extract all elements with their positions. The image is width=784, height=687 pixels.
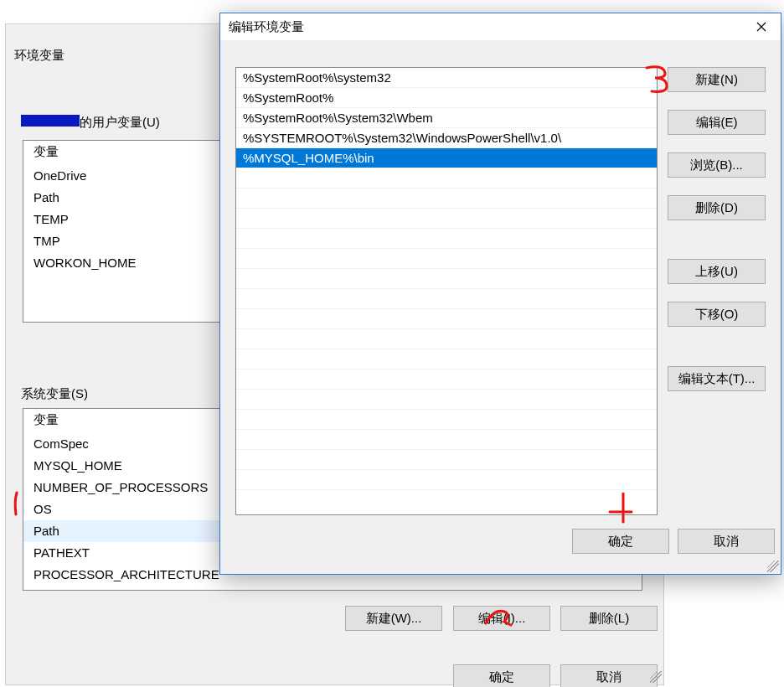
path-entry-empty[interactable] bbox=[236, 450, 657, 470]
path-entry-empty[interactable] bbox=[236, 249, 657, 269]
env-dialog-title: 环境变量 bbox=[14, 48, 64, 64]
delete-button[interactable]: 删除(D) bbox=[668, 195, 766, 220]
edit-button[interactable]: 编辑(E) bbox=[668, 110, 766, 135]
path-entry-row[interactable]: %SystemRoot% bbox=[236, 88, 657, 108]
path-entries-listbox[interactable]: %SystemRoot%\system32%SystemRoot%%System… bbox=[235, 67, 658, 515]
path-entry-empty[interactable] bbox=[236, 349, 657, 369]
path-entry-empty[interactable] bbox=[236, 269, 657, 289]
cancel-button[interactable]: 取消 bbox=[678, 529, 775, 554]
path-entry-empty[interactable] bbox=[236, 309, 657, 329]
ok-button[interactable]: 确定 bbox=[453, 664, 550, 687]
new-button[interactable]: 新建(W)... bbox=[345, 606, 442, 631]
path-entry-empty[interactable] bbox=[236, 229, 657, 249]
close-icon bbox=[756, 20, 766, 34]
path-entry-empty[interactable] bbox=[236, 470, 657, 490]
edit-dialog-titlebar[interactable]: 编辑环境变量 bbox=[220, 13, 781, 40]
system-vars-label: 系统变量(S) bbox=[21, 386, 88, 402]
path-entry-empty[interactable] bbox=[236, 329, 657, 349]
move-down-button[interactable]: 下移(O) bbox=[668, 302, 766, 327]
path-entry-row[interactable]: %SystemRoot%\System32\Wbem bbox=[236, 108, 657, 128]
close-button[interactable] bbox=[742, 13, 781, 40]
edit-environment-variable-dialog: 编辑环境变量 %SystemRoot%\system32%SystemRoot%… bbox=[219, 13, 781, 575]
edit-dialog-title: 编辑环境变量 bbox=[229, 19, 304, 35]
path-entry-row[interactable]: %MYSQL_HOME%\bin bbox=[236, 148, 657, 168]
path-entry-empty[interactable] bbox=[236, 369, 657, 390]
edit-text-button[interactable]: 编辑文本(T)... bbox=[668, 366, 766, 391]
path-entry-row[interactable]: %SystemRoot%\system32 bbox=[236, 68, 657, 88]
redacted-username bbox=[21, 115, 80, 127]
path-entry-empty[interactable] bbox=[236, 390, 657, 410]
path-entry-row[interactable]: %SYSTEMROOT%\System32\WindowsPowerShell\… bbox=[236, 128, 657, 148]
move-up-button[interactable]: 上移(U) bbox=[668, 259, 766, 284]
path-entry-empty[interactable] bbox=[236, 168, 657, 189]
path-entry-empty[interactable] bbox=[236, 430, 657, 450]
new-button[interactable]: 新建(N) bbox=[668, 67, 766, 92]
path-entry-empty[interactable] bbox=[236, 410, 657, 430]
resize-grip-icon[interactable] bbox=[767, 560, 779, 572]
cancel-button[interactable]: 取消 bbox=[560, 664, 658, 687]
path-entry-empty[interactable] bbox=[236, 289, 657, 309]
edit-button[interactable]: 编辑(I)... bbox=[453, 606, 550, 631]
ok-button[interactable]: 确定 bbox=[572, 529, 669, 554]
resize-grip-icon[interactable] bbox=[650, 671, 662, 683]
browse-button[interactable]: 浏览(B)... bbox=[668, 152, 766, 178]
delete-button[interactable]: 删除(L) bbox=[560, 606, 658, 631]
path-entry-empty[interactable] bbox=[236, 209, 657, 229]
path-entry-empty[interactable] bbox=[236, 189, 657, 209]
system-var-row[interactable]: PROCESSOR_IDENTIFIER bbox=[23, 586, 642, 591]
